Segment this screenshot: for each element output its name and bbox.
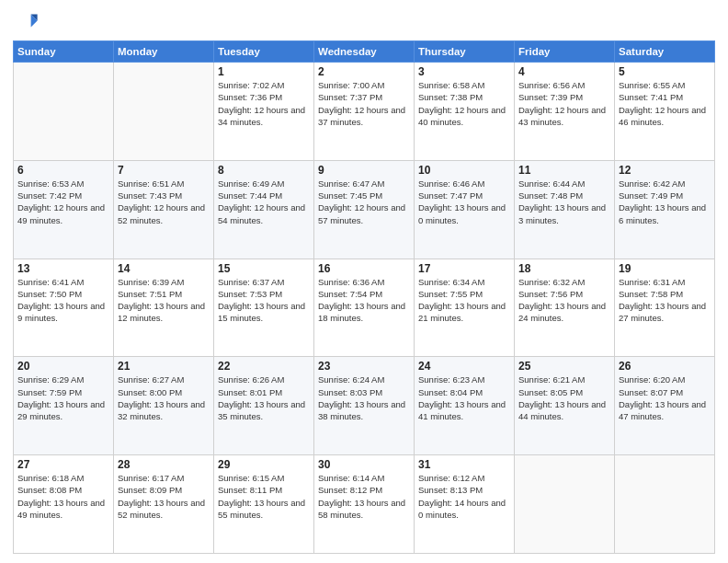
col-wednesday: Wednesday [314,41,415,63]
cell-text: Daylight: 12 hours and 34 minutes. [218,104,310,129]
col-saturday: Saturday [615,41,715,63]
cell-text: Sunrise: 6:12 AM [418,472,510,484]
cell-text: Daylight: 13 hours and 27 minutes. [619,300,711,325]
cell-text: Sunset: 7:44 PM [218,190,310,201]
table-row: 6Sunrise: 6:53 AMSunset: 7:42 PMDaylight… [14,160,114,259]
cell-text: Daylight: 12 hours and 49 minutes. [17,201,109,226]
cell-text: Sunrise: 6:14 AM [318,472,410,484]
cell-text: Sunrise: 6:58 AM [418,79,510,91]
table-row: 22Sunrise: 6:26 AMSunset: 8:01 PMDayligh… [214,357,314,455]
day-number: 17 [418,262,510,275]
table-row: 7Sunrise: 6:51 AMSunset: 7:43 PMDaylight… [114,160,214,259]
table-row [114,63,214,161]
cell-text: Sunset: 8:07 PM [619,386,711,398]
table-row: 4Sunrise: 6:56 AMSunset: 7:39 PMDaylight… [515,63,615,161]
calendar-week-row: 20Sunrise: 6:29 AMSunset: 7:59 PMDayligh… [14,357,715,455]
day-number: 4 [518,65,610,78]
col-tuesday: Tuesday [214,41,314,63]
day-number: 29 [218,458,310,471]
calendar-header-row: Sunday Monday Tuesday Wednesday Thursday… [14,41,715,63]
col-friday: Friday [515,41,615,63]
day-number: 8 [218,164,310,177]
col-sunday: Sunday [14,41,114,63]
day-number: 21 [118,360,210,373]
header [13,9,715,35]
table-row: 13Sunrise: 6:41 AMSunset: 7:50 PMDayligh… [14,259,114,357]
cell-text: Sunrise: 6:17 AM [118,472,210,484]
day-number: 22 [218,360,310,373]
cell-text: Sunset: 7:37 PM [318,91,410,103]
cell-text: Sunset: 8:09 PM [118,484,210,496]
table-row: 30Sunrise: 6:14 AMSunset: 8:12 PMDayligh… [314,455,415,554]
cell-text: Daylight: 13 hours and 55 minutes. [218,497,310,522]
logo-icon [13,9,39,35]
cell-text: Daylight: 13 hours and 49 minutes. [17,497,109,522]
table-row: 24Sunrise: 6:23 AMSunset: 8:04 PMDayligh… [415,357,515,455]
cell-text: Sunset: 7:47 PM [418,190,510,201]
cell-text: Sunrise: 6:26 AM [218,373,310,385]
cell-text: Sunset: 8:11 PM [218,484,310,496]
cell-text: Sunrise: 6:36 AM [318,276,410,288]
table-row: 11Sunrise: 6:44 AMSunset: 7:48 PMDayligh… [515,160,615,259]
cell-text: Sunrise: 6:34 AM [418,276,510,288]
cell-text: Sunrise: 6:31 AM [619,276,711,288]
day-number: 26 [619,360,711,373]
cell-text: Sunrise: 6:18 AM [17,472,109,484]
cell-text: Sunrise: 6:23 AM [418,373,510,385]
cell-text: Sunset: 7:49 PM [619,190,711,201]
cell-text: Sunset: 8:05 PM [518,386,610,398]
day-number: 6 [17,164,109,177]
cell-text: Sunrise: 6:56 AM [518,79,610,91]
cell-text: Daylight: 13 hours and 58 minutes. [318,497,410,522]
cell-text: Daylight: 12 hours and 54 minutes. [218,201,310,226]
day-number: 30 [318,458,410,471]
cell-text: Sunrise: 6:44 AM [518,178,610,190]
cell-text: Sunrise: 6:51 AM [118,178,210,190]
cell-text: Daylight: 13 hours and 52 minutes. [118,497,210,522]
table-row [14,63,114,161]
day-number: 12 [619,164,711,177]
cell-text: Sunrise: 6:24 AM [318,373,410,385]
table-row: 25Sunrise: 6:21 AMSunset: 8:05 PMDayligh… [515,357,615,455]
table-row: 10Sunrise: 6:46 AMSunset: 7:47 PMDayligh… [415,160,515,259]
day-number: 10 [418,164,510,177]
cell-text: Daylight: 12 hours and 40 minutes. [418,104,510,129]
cell-text: Sunset: 7:43 PM [118,190,210,201]
day-number: 2 [318,65,410,78]
cell-text: Sunset: 7:58 PM [619,288,711,300]
day-number: 5 [619,65,711,78]
cell-text: Sunset: 7:38 PM [418,91,510,103]
cell-text: Daylight: 13 hours and 18 minutes. [318,300,410,325]
table-row: 17Sunrise: 6:34 AMSunset: 7:55 PMDayligh… [415,259,515,357]
cell-text: Sunset: 8:01 PM [218,386,310,398]
day-number: 1 [218,65,310,78]
day-number: 31 [418,458,510,471]
cell-text: Daylight: 13 hours and 15 minutes. [218,300,310,325]
cell-text: Sunrise: 6:32 AM [518,276,610,288]
cell-text: Sunset: 7:50 PM [17,288,109,300]
calendar-week-row: 13Sunrise: 6:41 AMSunset: 7:50 PMDayligh… [14,259,715,357]
cell-text: Sunset: 7:54 PM [318,288,410,300]
cell-text: Sunrise: 6:49 AM [218,178,310,190]
table-row: 14Sunrise: 6:39 AMSunset: 7:51 PMDayligh… [114,259,214,357]
calendar-week-row: 1Sunrise: 7:02 AMSunset: 7:36 PMDaylight… [14,63,715,161]
cell-text: Sunrise: 6:39 AM [118,276,210,288]
cell-text: Sunrise: 6:53 AM [17,178,109,190]
table-row: 5Sunrise: 6:55 AMSunset: 7:41 PMDaylight… [615,63,715,161]
logo [13,9,42,35]
day-number: 14 [118,262,210,275]
day-number: 3 [418,65,510,78]
cell-text: Sunrise: 6:20 AM [619,373,711,385]
day-number: 7 [118,164,210,177]
cell-text: Sunrise: 6:15 AM [218,472,310,484]
cell-text: Daylight: 12 hours and 52 minutes. [118,201,210,226]
table-row [515,455,615,554]
calendar-week-row: 27Sunrise: 6:18 AMSunset: 8:08 PMDayligh… [14,455,715,554]
day-number: 23 [318,360,410,373]
table-row: 3Sunrise: 6:58 AMSunset: 7:38 PMDaylight… [415,63,515,161]
cell-text: Sunset: 7:42 PM [17,190,109,201]
table-row: 21Sunrise: 6:27 AMSunset: 8:00 PMDayligh… [114,357,214,455]
cell-text: Sunset: 8:13 PM [418,484,510,496]
cell-text: Sunrise: 7:02 AM [218,79,310,91]
col-thursday: Thursday [415,41,515,63]
